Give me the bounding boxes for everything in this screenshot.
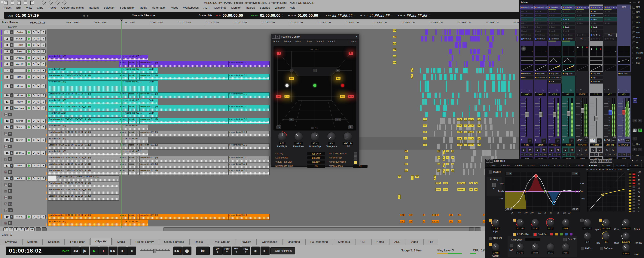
track-name[interactable]: HiHat	[14, 43, 26, 47]
pan-position-dot[interactable]	[600, 48, 602, 50]
bus-send-7-1-4[interactable]: 7.1.4	[576, 10, 590, 13]
monitor-button[interactable]: O	[31, 125, 36, 130]
offline-clip-chip[interactable]: Paj	[469, 188, 473, 191]
expand-icon[interactable]: ⊞	[4, 190, 7, 193]
clip-fragment[interactable]	[434, 99, 435, 104]
menu-video[interactable]: Video	[171, 6, 178, 10]
clip-fragment[interactable]	[463, 169, 465, 175]
bus-send-5-1-a[interactable]: 5.1 A	[604, 22, 617, 25]
record-ready-button[interactable]	[26, 43, 31, 47]
audio-clip[interactable]: recorc	[119, 144, 128, 150]
record-ready-button[interactable]	[26, 62, 31, 66]
pan-pad[interactable]: ◄	[534, 46, 547, 56]
clip-fragment[interactable]	[484, 92, 485, 98]
clip-fragment[interactable]	[480, 68, 482, 74]
clip-fragment[interactable]	[512, 112, 514, 117]
track-name[interactable]: Mono	[14, 100, 26, 104]
clip-fragment[interactable]	[477, 112, 480, 117]
rewind-button[interactable]: ◀◀	[71, 246, 80, 255]
pan-position-dot[interactable]	[582, 46, 583, 48]
audio-clip[interactable]: r record mic 010 (1	[123, 150, 148, 156]
clip-fragment[interactable]	[449, 49, 452, 54]
pan-knob-bottom-top[interactable]: 38 %Bottom/Top	[307, 132, 323, 149]
monitor-button[interactable]: O	[31, 106, 36, 110]
eq-graph[interactable]	[505, 172, 580, 212]
clip-fragment[interactable]	[436, 105, 438, 111]
strip-io-re[interactable]: RE	[580, 153, 584, 156]
fader-gain-value[interactable]: -30.1	[562, 93, 574, 96]
knob-372-hz[interactable]: 372 Hz	[528, 218, 542, 230]
pan-pad[interactable]: ◄	[521, 46, 533, 56]
solo-button[interactable]: S	[41, 176, 46, 180]
audio-clip[interactable]: Earth	[148, 112, 158, 118]
knob-10-00[interactable]: 10.00	[544, 218, 557, 230]
clip-fragment[interactable]	[456, 68, 458, 74]
setting-display[interactable]: Top Only	[307, 152, 325, 155]
dynamics-graph[interactable]	[587, 172, 625, 212]
audio-clip[interactable]: record mic 011 (1)	[48, 124, 123, 130]
offline-clip-chip[interactable]: §§	[451, 156, 454, 159]
clip-fragment[interactable]	[483, 105, 486, 111]
clip-fragment[interactable]	[462, 112, 463, 117]
speaker-ltr[interactable]: Ltr	[276, 126, 281, 129]
clip-fragment[interactable]	[481, 156, 482, 162]
expand-icon[interactable]: ⊞	[4, 158, 7, 161]
offline-clip-chip[interactable]: §§	[437, 169, 440, 172]
mute-button[interactable]: M	[36, 176, 41, 180]
tab-tracks[interactable]: Tracks	[190, 239, 208, 245]
audio-clip[interactable]: r	[136, 118, 140, 124]
preset-3-button[interactable]: 3	[598, 160, 601, 162]
atmos-snap-checkbox[interactable]	[354, 156, 357, 160]
audio-clip[interactable]: Earth Moon Sun 03-19-09+03-09-09_5.1 (2)	[48, 74, 119, 80]
scroll-tool-button[interactable]	[42, 228, 46, 231]
automation-prw-button[interactable]: Prw▾	[241, 246, 250, 255]
fader-alignment-button[interactable]: Fader Alignment	[270, 247, 295, 254]
clip-fragment[interactable]	[422, 99, 424, 104]
mark-field-r-out[interactable]: R OUT##:##:##:##▲▼	[360, 13, 393, 18]
fader-cap[interactable]	[608, 110, 612, 116]
mute-button[interactable]: M	[36, 56, 41, 60]
track-mode-button[interactable]: C	[10, 62, 13, 66]
offline-clip-chip[interactable]: §<(	[442, 162, 445, 167]
audio-clip[interactable]: record mic 011 (2)	[140, 61, 228, 67]
offline-clip-chip[interactable]: §§§	[423, 131, 427, 133]
clip-fragment[interactable]	[468, 169, 469, 175]
mute-button[interactable]: M	[36, 164, 41, 168]
clip-fragment[interactable]	[488, 36, 489, 42]
clip-fragment[interactable]	[445, 124, 446, 130]
clip-fragment[interactable]	[448, 118, 451, 124]
record-ready-button[interactable]	[26, 68, 31, 73]
toggle-checkbox[interactable]	[510, 244, 513, 247]
strip-solo-button[interactable]: S	[563, 148, 568, 152]
record-ready-button[interactable]	[26, 106, 31, 110]
mute-button[interactable]: M	[36, 62, 41, 66]
clip-fragment[interactable]	[497, 105, 498, 111]
bus-send-atmos-9-1-6[interactable]: ATMOS 9.1.6	[576, 6, 590, 10]
record-ready-button[interactable]	[26, 100, 31, 104]
monitor-button[interactable]: O	[31, 138, 36, 142]
clip-fragment[interactable]	[444, 131, 445, 136]
offline-clip-chip[interactable]: §§!	[404, 156, 408, 159]
track-name[interactable]: Bdrum	[14, 36, 26, 41]
clip-fragment[interactable]	[497, 74, 500, 80]
track-number[interactable]: 4	[4, 50, 10, 54]
insert-effect-eqx[interactable]: EqX	[520, 76, 534, 80]
bus-send-mix-group[interactable]: Mix Group	[604, 37, 617, 41]
clip-fragment[interactable]	[497, 99, 498, 104]
fader-cap[interactable]	[553, 112, 556, 117]
bus-send-5-1c[interactable]: 5.1C	[562, 14, 576, 17]
offline-clip-chip[interactable]: N	[423, 220, 425, 223]
strip-io-ø[interactable]: Ø	[594, 153, 598, 156]
audio-clip[interactable]: r record mic 010 (1	[123, 137, 148, 143]
subtrack-channel-button[interactable]: R	[8, 221, 12, 225]
horizontal-scrollbar[interactable]	[163, 228, 481, 231]
spinner-icon[interactable]: ▲▼	[244, 14, 246, 17]
phase-thumbnail[interactable]	[604, 64, 616, 71]
track-mode-button[interactable]: L	[10, 125, 13, 130]
sidebar-section-mg3[interactable]: +MG3	[632, 26, 640, 29]
strip-record-button[interactable]	[555, 138, 560, 143]
pan-tab-vocal-1[interactable]: Vocal 1	[315, 39, 326, 44]
audio-clip[interactable]: r	[136, 74, 140, 80]
audio-clip[interactable]: recorc	[119, 118, 128, 124]
record-ready-button[interactable]	[26, 214, 31, 219]
